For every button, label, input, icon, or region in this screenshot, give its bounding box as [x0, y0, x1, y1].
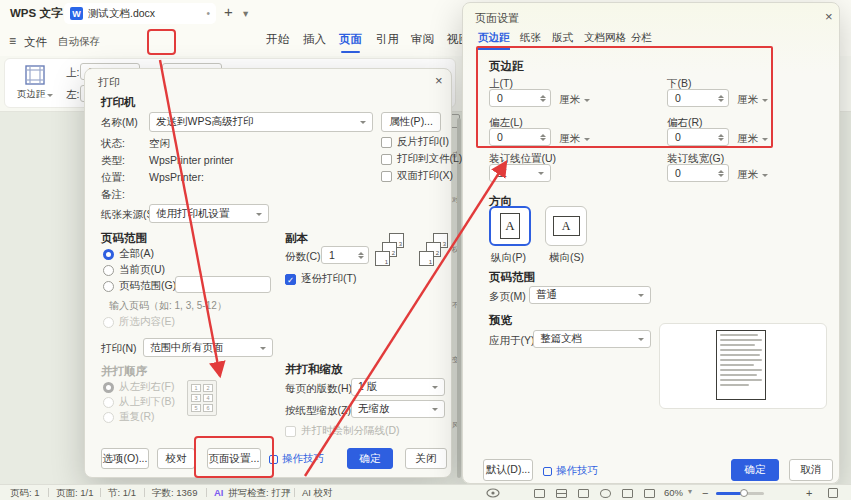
chevron-down-icon — [260, 347, 266, 353]
setup-cancel-button[interactable]: 取消 — [789, 459, 833, 481]
printer-section-header: 打印机 — [101, 95, 136, 110]
stepper-arrows-icon[interactable] — [358, 252, 364, 259]
default-button[interactable]: 默认(D)... — [483, 459, 533, 481]
tab-page[interactable]: 页面 — [339, 32, 362, 47]
page-range-input[interactable] — [175, 276, 271, 293]
margins-section-header: 页边距 — [489, 59, 524, 74]
chevron-down-icon — [584, 99, 590, 105]
copies-stepper[interactable]: 1 — [321, 246, 369, 264]
page-view-icon[interactable] — [534, 489, 545, 498]
tab-columns[interactable]: 分栏 — [631, 31, 652, 45]
file-menu[interactable]: 文件 — [24, 35, 47, 50]
scale-to-paper-label: 按纸型缩放(Z) — [285, 404, 351, 418]
fit-page-icon[interactable] — [644, 489, 655, 498]
stepper-arrows-icon[interactable] — [718, 134, 724, 141]
focus-mode-icon[interactable] — [600, 489, 611, 498]
right-margin-stepper[interactable]: 0 — [667, 128, 729, 146]
printer-properties-button[interactable]: 属性(P)... — [381, 112, 441, 132]
collated-pages-icon: 3 2 1 — [375, 233, 413, 275]
zoom-slider-handle[interactable] — [740, 489, 748, 497]
tab-review[interactable]: 审阅 — [411, 32, 434, 47]
bottom-unit-dropdown[interactable]: 厘米 — [737, 93, 768, 107]
setup-ok-button[interactable]: 确定 — [731, 459, 779, 481]
printer-status-label: 状态: — [101, 137, 125, 151]
apply-to-select[interactable]: 整篇文档 — [533, 330, 651, 348]
gutter-unit-dropdown[interactable]: 厘米 — [737, 168, 768, 182]
tab-list-chevron-icon[interactable]: ▾ — [243, 7, 248, 19]
mirror-print-checkbox[interactable]: 反片打印(I) — [381, 135, 449, 149]
stepper-arrows-icon[interactable] — [540, 95, 546, 102]
autosave-label: 自动保存 — [58, 35, 100, 49]
tab-insert[interactable]: 插入 — [303, 32, 326, 47]
multi-pages-select[interactable]: 普通 — [529, 286, 651, 304]
vertical-scrollbar[interactable] — [457, 118, 461, 478]
edit-mode-icon[interactable] — [622, 489, 633, 498]
portrait-button[interactable]: A — [489, 206, 531, 246]
wps-writer-window: { "colors": {"accent": "#2e5fe0", "annot… — [0, 0, 851, 500]
zoom-out-button[interactable]: − — [702, 487, 708, 499]
left-margin-stepper[interactable]: 0 — [489, 128, 551, 146]
eye-icon[interactable] — [486, 488, 500, 498]
collate-checkbox[interactable]: ✓逐份打印(T) — [285, 272, 356, 286]
proof-button[interactable]: 校对 — [157, 448, 195, 469]
range-pages-radio[interactable]: 页码范围(G) — [103, 279, 176, 293]
tab-home[interactable]: 开始 — [266, 32, 289, 47]
status-word-count[interactable]: 字数: 1369 — [152, 487, 197, 500]
printer-status-value: 空闲 — [149, 137, 170, 151]
tab-layout[interactable]: 版式 — [552, 31, 573, 45]
print-ok-button[interactable]: 确定 — [347, 448, 393, 469]
printer-name-select[interactable]: 发送到WPS高级打印 — [149, 112, 373, 132]
zoom-level[interactable]: 60% — [664, 487, 683, 498]
new-tab-button[interactable]: + — [224, 3, 233, 20]
tab-reference[interactable]: 引用 — [376, 32, 399, 47]
margin-left-label: 左: — [66, 88, 79, 102]
tab-doc-grid[interactable]: 文档网格 — [584, 31, 626, 45]
printer-location-label: 位置: — [101, 171, 125, 185]
gutter-position-select[interactable]: 左 — [489, 164, 551, 182]
landscape-button[interactable]: A — [545, 206, 587, 246]
top-unit-dropdown[interactable]: 厘米 — [559, 93, 590, 107]
statusbar: 页码: 1 页面: 1/1 节: 1/1 字数: 1369 AI 拼写检查: 打… — [0, 484, 851, 500]
order-section-header: 并打顺序 — [101, 364, 147, 379]
page-range-section-header: 页码范围 — [101, 231, 147, 246]
ai-proof-button[interactable]: AI 校对 — [302, 487, 333, 500]
print-to-file-checkbox[interactable]: 打印到文件(L) — [381, 152, 462, 166]
bottom-margin-stepper[interactable]: 0 — [667, 89, 729, 107]
close-icon[interactable]: × — [825, 9, 833, 24]
landscape-page-icon: A — [553, 216, 580, 236]
pages-per-sheet-select[interactable]: 1 版 — [351, 378, 445, 396]
print-what-select[interactable]: 范围中所有页面 — [143, 338, 273, 357]
document-tab[interactable]: W 测试文档.docx • — [64, 3, 216, 24]
gutter-width-stepper[interactable]: 0 — [667, 164, 729, 182]
spellcheck-status[interactable]: 拼写检查: 打开 — [228, 487, 290, 500]
web-layout-icon[interactable] — [556, 489, 567, 498]
tips-link[interactable]: 操作技巧 — [543, 464, 598, 478]
stepper-arrows-icon[interactable] — [718, 95, 724, 102]
chevron-down-icon[interactable]: ▾ — [286, 487, 290, 496]
zoom-in-button[interactable]: + — [806, 487, 812, 499]
page-setup-button[interactable]: 页面设置... — [207, 448, 261, 469]
outline-view-icon[interactable] — [578, 489, 589, 498]
right-unit-dropdown[interactable]: 厘米 — [737, 132, 768, 146]
left-unit-dropdown[interactable]: 厘米 — [559, 132, 590, 146]
paper-source-select[interactable]: 使用打印机设置 — [149, 204, 269, 223]
stepper-arrows-icon[interactable] — [540, 134, 546, 141]
print-close-button[interactable]: 关闭 — [405, 448, 447, 469]
top-margin-stepper[interactable]: 0 — [489, 89, 551, 107]
options-button[interactable]: 选项(O)... — [101, 448, 149, 469]
tips-link[interactable]: 操作技巧 — [269, 452, 324, 466]
tab-margins[interactable]: 页边距 — [478, 31, 510, 50]
zoom-chevron-icon[interactable]: ▾ — [688, 487, 692, 496]
tab-paper[interactable]: 纸张 — [520, 31, 541, 45]
scale-to-paper-select[interactable]: 无缩放 — [351, 400, 445, 418]
menu-icon[interactable]: ≡ — [9, 34, 16, 48]
chevron-down-icon — [432, 386, 438, 392]
fullscreen-icon[interactable] — [828, 488, 838, 498]
duplex-checkbox[interactable]: 双面打印(X) — [381, 169, 453, 183]
printer-name-label: 名称(M) — [101, 116, 138, 130]
stepper-arrows-icon[interactable] — [718, 170, 724, 177]
range-current-radio[interactable]: 当前页(U) — [103, 263, 165, 277]
close-icon[interactable]: × — [435, 73, 443, 88]
page-margins-button[interactable]: 页边距 — [12, 60, 58, 106]
range-all-radio[interactable]: 全部(A) — [103, 247, 154, 261]
